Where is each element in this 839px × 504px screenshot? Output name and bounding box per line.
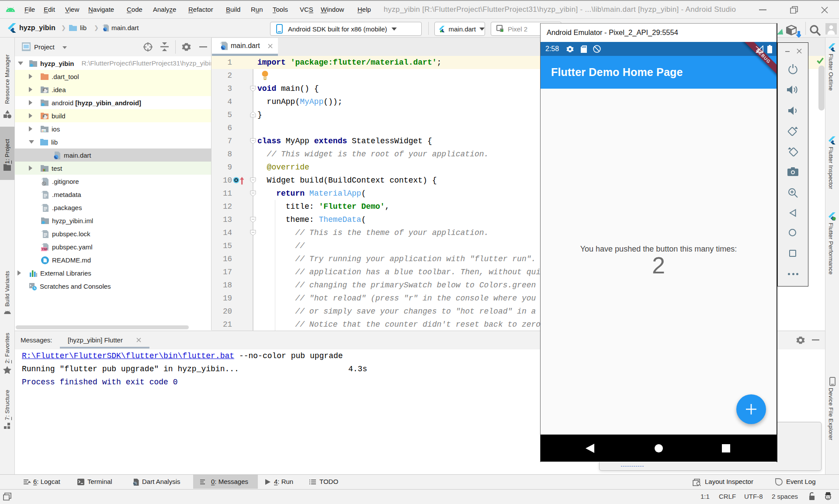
svg-text:YML: YML — [42, 247, 49, 251]
